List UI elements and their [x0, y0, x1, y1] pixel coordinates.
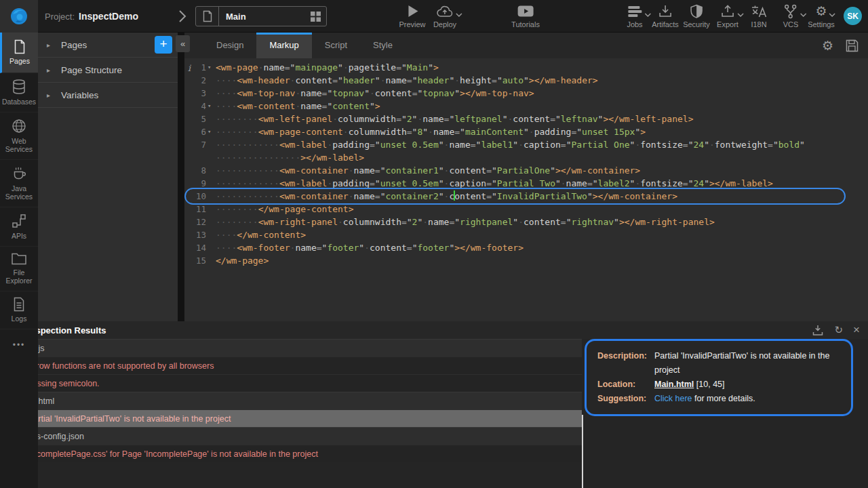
fold-gutter	[206, 203, 216, 216]
page-selector[interactable]: Main	[195, 6, 327, 26]
close-icon[interactable]: ×	[853, 325, 860, 336]
more-options-icon[interactable]: •••	[0, 340, 38, 350]
page-selector-value: Main	[219, 12, 311, 22]
fold-gutter	[206, 254, 216, 267]
inspection-group[interactable]: ▾pages-config.json	[0, 427, 582, 445]
coffee-icon	[11, 165, 27, 182]
code-line[interactable]: 6▾········<wm-page-content·columnwidth="…	[184, 125, 868, 138]
fold-gutter	[206, 228, 216, 241]
panel-section-pages[interactable]: ▸ Pages +	[38, 33, 178, 58]
line-number: 8	[184, 164, 206, 177]
download-results-icon[interactable]	[812, 325, 824, 336]
sidebar-item-label: File Explorer	[1, 268, 37, 285]
fold-arrow-icon[interactable]: ▾	[206, 125, 216, 138]
location-position: [10, 45]	[696, 380, 725, 389]
editor-settings-gear-icon[interactable]: ⚙	[822, 39, 833, 52]
user-avatar[interactable]: SK	[844, 7, 862, 25]
security-label: Security	[683, 20, 710, 28]
inspection-group[interactable]: ▾Main.js	[0, 339, 582, 357]
tab-design[interactable]: Design	[203, 33, 256, 58]
chevron-down-icon	[829, 13, 836, 17]
export-button[interactable]: Export	[717, 4, 738, 28]
deploy-button[interactable]: Deploy	[433, 4, 456, 28]
database-icon	[11, 79, 27, 95]
sidebar-item-java-services[interactable]: Java Services	[0, 160, 38, 207]
sidebar-item-label: Web Services	[1, 137, 37, 153]
sidebar-item-apis[interactable]: APIs	[0, 207, 38, 247]
code-line[interactable]: 11········</wm-page-content>	[184, 203, 868, 216]
collapse-panel-button[interactable]: «	[176, 35, 190, 52]
tab-markup[interactable]: Markup	[256, 33, 311, 58]
line-number: 9	[184, 177, 206, 190]
code-line[interactable]: 9············<wm-label·padding="unset 0.…	[184, 177, 868, 190]
line-number: 11	[184, 203, 206, 216]
sidebar-item-pages[interactable]: Pages	[0, 33, 38, 73]
grid-icon	[311, 12, 326, 22]
code-text: ········<wm-right-panel·columnwidth="2"·…	[216, 216, 715, 228]
vcs-button[interactable]: VCS	[783, 4, 799, 28]
code-line[interactable]: 5········<wm-left-panel·columnwidth="2"·…	[184, 113, 868, 125]
sidebar-item-file-explorer[interactable]: File Explorer	[0, 247, 38, 291]
line-number: 1	[184, 61, 206, 74]
line-number	[184, 151, 206, 164]
wavemaker-logo[interactable]	[0, 0, 38, 33]
line-number: 15	[184, 254, 206, 267]
code-text: ····<wm-footer·name="footer"·content="fo…	[216, 241, 524, 254]
chevron-down-icon	[456, 13, 462, 17]
location-file-link[interactable]: Main.html	[654, 380, 694, 389]
tab-script[interactable]: Script	[312, 33, 360, 58]
sidebar-item-label: Java Services	[1, 184, 37, 201]
save-icon[interactable]	[846, 39, 859, 52]
jobs-button[interactable]: Jobs	[627, 4, 642, 28]
inspection-item[interactable]: Arrow functions are not supported by all…	[0, 357, 582, 374]
security-button[interactable]: Security	[683, 4, 710, 28]
code-line[interactable]: 4▾····<wm-content·name="content">	[184, 100, 868, 113]
code-line[interactable]: 3····<wm-top-nav·name="topnav"·content="…	[184, 87, 868, 100]
inspection-item[interactable]: Partial 'InvalidPartialTwo' is not avail…	[0, 409, 582, 427]
gear-icon: ⚙	[815, 5, 827, 18]
code-line[interactable]: 15</wm-page>	[184, 254, 868, 267]
code-text: ················></wm-label>	[216, 151, 364, 164]
add-page-button[interactable]: +	[155, 36, 172, 54]
line-number: 10	[184, 190, 206, 203]
line-number: 12	[184, 216, 206, 228]
i18n-button[interactable]: I18N	[751, 4, 767, 28]
refresh-icon[interactable]: ↻	[834, 324, 843, 336]
sidebar-item-web-services[interactable]: Web Services	[0, 113, 38, 160]
project-label: Project:	[45, 12, 75, 22]
inspection-item[interactable]: Missing semicolon.	[0, 374, 582, 392]
fold-arrow-icon[interactable]: ▾	[206, 100, 216, 113]
inspection-group[interactable]: ▾Main.html	[0, 392, 582, 409]
code-line[interactable]: 13····</wm-content>	[184, 228, 868, 241]
settings-button[interactable]: ⚙ Settings	[808, 4, 835, 28]
artifacts-button[interactable]: Artifacts	[652, 4, 679, 28]
code-line[interactable]: ················></wm-label>	[184, 151, 868, 164]
tab-style[interactable]: Style	[360, 33, 406, 58]
panel-section-variables[interactable]: ▸ Variables	[38, 83, 178, 108]
description-value: Partial 'InvalidPartialTwo' is not avail…	[654, 349, 843, 378]
settings-label: Settings	[808, 20, 835, 28]
code-line[interactable]: 7············<wm-label·padding="unset 0.…	[184, 138, 868, 151]
code-line[interactable]: 12········<wm-right-panel·columnwidth="2…	[184, 216, 868, 228]
inspection-item[interactable]: 'IncompletePage.css' for Page 'Incomplet…	[0, 445, 582, 462]
code-line[interactable]: 14····<wm-footer·name="footer"·content="…	[184, 241, 868, 254]
sidebar-item-databases[interactable]: Databases	[0, 73, 38, 113]
sidebar-item-logs[interactable]: Logs	[0, 291, 38, 329]
location-value: Main.html [10, 45]	[654, 378, 843, 392]
chevron-right-icon: ▸	[47, 66, 55, 74]
code-text: ············<wm-label·padding="unset 0.5…	[216, 177, 773, 190]
code-line[interactable]: 8············<wm-container·name="contain…	[184, 164, 868, 177]
code-line[interactable]: 2····<wm-header·content="header"·name="h…	[184, 74, 868, 87]
top-bar: Project: InspectDemo Main Preview Deploy	[0, 0, 868, 33]
inspector-divider	[582, 415, 583, 488]
preview-button[interactable]: Preview	[399, 4, 425, 28]
panel-section-page-structure[interactable]: ▸ Page Structure	[38, 58, 178, 83]
line-number: 2	[184, 74, 206, 87]
cloud-upload-icon	[436, 4, 454, 18]
tutorials-button[interactable]: Tutorials	[511, 4, 540, 28]
code-line[interactable]: 1▾<wm-page·name="mainpage"·pagetitle="Ma…	[184, 61, 868, 74]
suggestion-link[interactable]: Click here	[654, 394, 692, 403]
fold-arrow-icon[interactable]: ▾	[206, 61, 216, 74]
code-line[interactable]: 10············<wm-container·name="contai…	[184, 190, 868, 203]
code-area[interactable]: i 1▾<wm-page·name="mainpage"·pagetitle="…	[184, 58, 868, 267]
